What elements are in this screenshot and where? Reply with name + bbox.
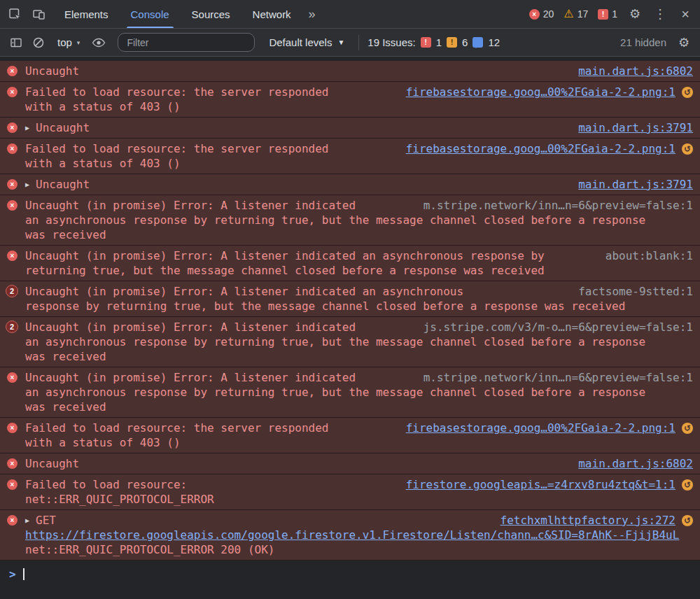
issue-count-icon: !: [598, 9, 608, 20]
live-expression-eye-icon[interactable]: [88, 33, 109, 52]
source-area: m.stripe.network/inn…n=6&preview=false:1: [424, 198, 693, 213]
source-location-link[interactable]: main.dart.js:6802: [578, 456, 693, 471]
settings-gear-icon[interactable]: ⚙: [624, 0, 645, 28]
tab-console[interactable]: Console: [120, 0, 181, 28]
request-url-link[interactable]: https://firestore.googleapis.com/google.…: [25, 528, 679, 542]
console-prompt[interactable]: >: [0, 561, 700, 581]
log-levels-dropdown[interactable]: Default levels ▼: [263, 36, 350, 48]
console-error-message: × main.dart.js:6802 Uncaught: [0, 453, 700, 474]
error-count: 20: [543, 8, 554, 20]
message-text: Failed to load resource: the server resp…: [25, 142, 328, 170]
message-body: firestore.googleapis…=z4rxv8ru4ztq&t=1:1…: [25, 477, 693, 507]
source-location-link[interactable]: firestore.googleapis…=z4rxv8ru4ztq&t=1:1: [406, 477, 676, 492]
message-body: js.stripe.com/v3/m-o…n=6&preview=false:1…: [25, 320, 693, 364]
message-body: main.dart.js:3791 ▶Uncaught: [25, 177, 693, 192]
console-error-message: × m.stripe.network/inn…n=6&preview=false…: [0, 195, 700, 246]
source-location-link[interactable]: main.dart.js:3791: [578, 177, 693, 192]
console-error-message: 2 js.stripe.com/v3/m-o…n=6&preview=false…: [0, 317, 700, 367]
console-error-message: 2 factsome-9stted:1 Uncaught (in promise…: [0, 281, 700, 317]
message-body: main.dart.js:6802 Uncaught: [25, 456, 693, 471]
source-area: js.stripe.com/v3/m-o…n=6&preview=false:1: [424, 320, 693, 334]
error-icon: ×: [7, 515, 18, 526]
more-tabs-icon[interactable]: »: [302, 0, 322, 28]
error-counter[interactable]: × 20: [526, 8, 557, 20]
issue-warning-icon: !: [447, 37, 457, 48]
issue-error-count: 1: [436, 36, 442, 48]
source-area: firestore.googleapis…=z4rxv8ru4ztq&t=1:1…: [406, 477, 693, 492]
message-text: ▶Uncaught: [25, 121, 90, 134]
expand-triangle-icon[interactable]: ▶: [25, 124, 29, 132]
related-issue-icon[interactable]: ↺: [682, 515, 693, 526]
error-icon: ×: [7, 87, 18, 97]
warning-counter[interactable]: ⚠ 17: [561, 8, 591, 20]
tab-elements[interactable]: Elements: [53, 0, 120, 28]
message-body: main.dart.js:3791 ▶Uncaught: [25, 120, 693, 135]
console-error-message: × firebasestorage.goog…00%2FGaia-2-2.png…: [0, 82, 700, 118]
inspect-element-icon[interactable]: [3, 0, 27, 28]
source-area: fetchxmlhttpfactory.js:272 ↺: [500, 513, 693, 528]
filter-input[interactable]: [118, 33, 255, 52]
console-sidebar-toggle-icon[interactable]: [6, 33, 27, 52]
source-location-link[interactable]: js.stripe.com/v3/m-o…n=6&preview=false:1: [424, 320, 693, 334]
console-settings-gear-icon[interactable]: ⚙: [673, 33, 694, 52]
message-text: Failed to load resource:net::ERR_QUIC_PR…: [25, 478, 214, 506]
levels-label: Default levels: [269, 36, 332, 48]
warning-count-icon: ⚠: [564, 8, 573, 20]
source-location-link[interactable]: about:blank:1: [606, 248, 693, 263]
error-icon: ×: [7, 200, 18, 211]
source-location-link[interactable]: firebasestorage.goog…00%2FGaia-2-2.png:1: [406, 141, 676, 156]
console-error-message: × main.dart.js:3791 ▶Uncaught: [0, 118, 700, 139]
source-location-link[interactable]: firebasestorage.goog…00%2FGaia-2-2.png:1: [406, 421, 676, 435]
message-text: Uncaught: [25, 64, 79, 78]
source-location-link[interactable]: m.stripe.network/inn…n=6&preview=false:1: [424, 370, 693, 385]
message-body: firebasestorage.goog…00%2FGaia-2-2.png:1…: [25, 421, 693, 450]
console-error-message: × firebasestorage.goog…00%2FGaia-2-2.png…: [0, 139, 700, 174]
issue-warning-count: 6: [462, 36, 468, 48]
console-error-message: × firestore.googleapis…=z4rxv8ru4ztq&t=1…: [0, 474, 700, 510]
related-issue-icon[interactable]: ↺: [682, 143, 693, 155]
source-location-link[interactable]: factsome-9stted:1: [578, 284, 693, 299]
expand-triangle-icon[interactable]: ▶: [25, 516, 29, 524]
message-text: Uncaught (in promise) Error: A listener …: [25, 285, 625, 313]
javascript-context-selector[interactable]: top ▾: [50, 36, 87, 48]
console-toolbar: top ▾ Default levels ▼ 19 Issues: ! 1 ! …: [0, 29, 700, 57]
console-error-message: × main.dart.js:3791 ▶Uncaught: [0, 174, 700, 195]
source-location-link[interactable]: firebasestorage.goog…00%2FGaia-2-2.png:1: [406, 85, 676, 99]
error-icon: ×: [7, 66, 18, 76]
message-body: about:blank:1 Uncaught (in promise) Erro…: [25, 248, 693, 278]
source-location-link[interactable]: main.dart.js:3791: [578, 120, 693, 135]
source-location-link[interactable]: fetchxmlhttpfactory.js:272: [500, 513, 676, 528]
context-label: top: [57, 36, 72, 48]
hidden-messages-label[interactable]: 21 hidden: [620, 36, 666, 48]
console-error-message: × m.stripe.network/inn…n=6&preview=false…: [0, 367, 700, 418]
source-location-link[interactable]: m.stripe.network/inn…n=6&preview=false:1: [424, 198, 693, 213]
message-text: ▶GET: [25, 514, 56, 527]
related-issue-icon[interactable]: ↺: [682, 479, 693, 491]
issue-count: 1: [612, 8, 617, 20]
console-panel: × main.dart.js:6802 Uncaught × firebases…: [0, 57, 700, 599]
clear-console-icon[interactable]: [28, 33, 49, 52]
message-body: firebasestorage.goog…00%2FGaia-2-2.png:1…: [25, 85, 693, 114]
related-issue-icon[interactable]: ↺: [682, 423, 693, 434]
issues-summary[interactable]: 19 Issues: ! 1 ! 6 12: [368, 36, 500, 48]
toolbar-divider: [358, 35, 359, 50]
error-icon: ×: [7, 251, 18, 261]
console-messages: × main.dart.js:6802 Uncaught × firebases…: [0, 57, 700, 561]
source-area: m.stripe.network/inn…n=6&preview=false:1: [424, 370, 693, 385]
issue-counter[interactable]: ! 1: [595, 8, 620, 20]
related-issue-icon[interactable]: ↺: [682, 87, 693, 98]
message-body: m.stripe.network/inn…n=6&preview=false:1…: [25, 198, 693, 242]
close-devtools-icon[interactable]: ×: [675, 0, 696, 28]
source-area: main.dart.js:6802: [578, 64, 693, 78]
source-location-link[interactable]: main.dart.js:6802: [578, 64, 693, 78]
error-icon: ×: [7, 423, 18, 433]
tab-sources[interactable]: Sources: [181, 0, 241, 28]
tab-network[interactable]: Network: [241, 0, 302, 28]
kebab-menu-icon[interactable]: ⋮: [650, 0, 671, 28]
expand-triangle-icon[interactable]: ▶: [25, 181, 29, 188]
device-toolbar-icon[interactable]: [27, 0, 50, 28]
devtools-tab-bar: Elements Console Sources Network » × 20 …: [0, 0, 700, 29]
source-area: main.dart.js:3791: [578, 120, 693, 135]
source-area: firebasestorage.goog…00%2FGaia-2-2.png:1…: [406, 421, 693, 435]
error-icon: ×: [7, 179, 18, 190]
